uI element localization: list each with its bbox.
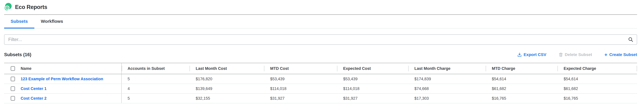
- cell-mtd-charge: $61,682: [486, 84, 558, 93]
- row-checkbox[interactable]: [10, 86, 15, 91]
- cell-last-month-cost: $176,820: [190, 74, 264, 84]
- column-header-accounts[interactable]: Accounts in Subset: [122, 63, 190, 74]
- cell-accounts-in-subset: 5: [122, 74, 190, 84]
- cell-expected-cost: $31,927: [337, 94, 408, 103]
- download-icon: [517, 52, 522, 57]
- row-checkbox[interactable]: [10, 96, 15, 101]
- cell-accounts-in-subset: 4: [122, 84, 190, 93]
- cell-mtd-cost: $53,439: [264, 74, 337, 84]
- tab-subsets[interactable]: Subsets: [4, 15, 34, 28]
- column-header-mtd-charge[interactable]: MTD Charge: [486, 63, 558, 74]
- subset-name-link[interactable]: Cost Center 1: [21, 87, 46, 91]
- column-header-last-month-charge[interactable]: Last Month Charge: [408, 63, 486, 74]
- cell-expected-charge: $54,614: [558, 74, 637, 84]
- search-icon[interactable]: [628, 37, 634, 42]
- delete-subset-label: Delete Subset: [565, 52, 592, 57]
- export-csv-label: Export CSV: [524, 52, 546, 57]
- filter-input[interactable]: [4, 34, 637, 45]
- column-header-expected-charge[interactable]: Expected Charge: [558, 63, 637, 74]
- cell-last-month-cost: $139,649: [190, 84, 264, 93]
- table-header-row: Name Accounts in Subset Last Month Cost …: [4, 63, 637, 74]
- table-row: Cost Center 1 4 $139,649 $114,018 $114,0…: [4, 84, 637, 94]
- create-subset-label: Create Subset: [609, 52, 637, 57]
- select-all-checkbox[interactable]: [10, 66, 15, 71]
- export-csv-button[interactable]: Export CSV: [517, 52, 546, 57]
- delete-subset-button[interactable]: Delete Subset: [559, 52, 592, 57]
- filter-bar: [4, 34, 637, 45]
- section-header: Subsets (16) Export CSV Delete Subset + …: [4, 52, 637, 57]
- cell-accounts-in-subset: 5: [122, 94, 190, 103]
- create-subset-button[interactable]: + Create Subset: [604, 52, 637, 57]
- eco-swirl-logo-icon: [3, 2, 12, 12]
- column-header-last-month-cost[interactable]: Last Month Cost: [190, 63, 264, 74]
- column-header-name[interactable]: Name: [20, 63, 122, 74]
- cell-mtd-cost: $114,018: [264, 84, 337, 93]
- tab-workflows[interactable]: Workflows: [34, 15, 70, 28]
- cell-expected-cost: $53,439: [337, 74, 408, 84]
- cell-expected-cost: $114,018: [337, 84, 408, 93]
- table-row: Cost Center 2 5 $32,155 $31,927 $31,927 …: [4, 94, 637, 103]
- cell-last-month-cost: $32,155: [190, 94, 264, 103]
- action-bar: Export CSV Delete Subset + Create Subset: [517, 52, 637, 57]
- cell-expected-charge: $61,682: [558, 84, 637, 93]
- page-title: Eco Reports: [15, 4, 47, 10]
- cell-mtd-charge: $54,614: [486, 74, 558, 84]
- plus-icon: +: [604, 52, 608, 57]
- section-title: Subsets (16): [4, 52, 31, 57]
- row-checkbox[interactable]: [10, 77, 15, 81]
- trash-icon: [559, 52, 563, 57]
- cell-mtd-charge: $16,765: [486, 94, 558, 103]
- tab-bar: Subsets Workflows: [4, 15, 637, 28]
- column-header-expected-cost[interactable]: Expected Cost: [337, 63, 408, 74]
- cell-last-month-charge: $74,668: [408, 84, 486, 93]
- table-row: 123 Example of Perm Workflow Association…: [4, 74, 637, 84]
- cell-last-month-charge: $17,303: [408, 94, 486, 103]
- subset-name-link[interactable]: Cost Center 2: [21, 96, 46, 101]
- column-header-mtd-cost[interactable]: MTD Cost: [264, 63, 337, 74]
- table-body: 123 Example of Perm Workflow Association…: [4, 74, 637, 103]
- subset-name-link[interactable]: 123 Example of Perm Workflow Association: [21, 77, 103, 81]
- app-header: Eco Reports: [0, 0, 644, 14]
- cell-expected-charge: $16,765: [558, 94, 637, 103]
- cell-last-month-charge: $174,839: [408, 74, 486, 84]
- subsets-table: Name Accounts in Subset Last Month Cost …: [4, 63, 637, 103]
- cell-mtd-cost: $31,927: [264, 94, 337, 103]
